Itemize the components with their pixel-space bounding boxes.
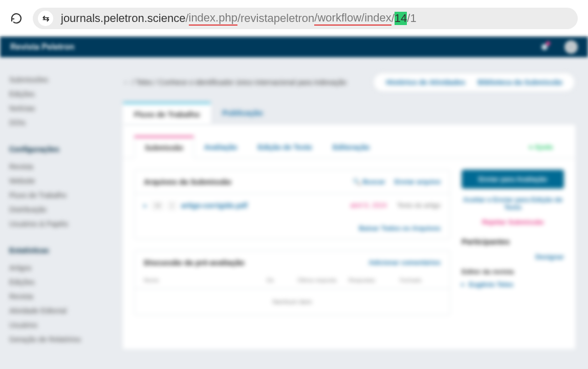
avatar[interactable] bbox=[564, 40, 578, 54]
tab-publication[interactable]: Publicação bbox=[211, 102, 274, 125]
col-closed: Fechado bbox=[400, 277, 441, 283]
sidebar: Submissões Edições Notícias DOIs Configu… bbox=[0, 57, 123, 369]
tab-copyedit[interactable]: Edição de Texto bbox=[248, 137, 322, 157]
assign-link[interactable]: Designar bbox=[462, 253, 564, 261]
sidebar-heading: Configurações bbox=[9, 145, 114, 153]
breadcrumb[interactable]: ← / Teles / Conhece o identificador únic… bbox=[123, 78, 346, 86]
address-bar[interactable]: ⇆ journals.peletron.science/index.php/re… bbox=[33, 8, 578, 29]
file-type: Texto do artigo bbox=[397, 201, 441, 210]
section-title: Discussão da pré-avaliação bbox=[144, 258, 245, 267]
participant-item[interactable]: Eugênio Teles bbox=[462, 281, 564, 288]
sidebar-item[interactable]: Fluxo de Trabalho bbox=[9, 188, 114, 202]
sidebar-item[interactable]: Distribuição bbox=[9, 202, 114, 217]
url-text: journals.peletron.science/index.php/revi… bbox=[61, 11, 417, 26]
workflow-panel: Submissão Avaliação Edição de Texto Edit… bbox=[123, 125, 575, 349]
sidebar-item[interactable]: Edições bbox=[9, 87, 114, 101]
participants-title: Participantes bbox=[462, 237, 564, 246]
reload-button[interactable] bbox=[10, 12, 23, 25]
sidebar-item[interactable]: Usuários bbox=[9, 318, 114, 332]
file-date: abril 6, 2024 bbox=[350, 201, 387, 210]
tab-production[interactable]: Editoração bbox=[322, 137, 380, 157]
files-section: Arquivos da Submissão 🔍 Buscar Enviar ar… bbox=[134, 170, 450, 239]
tab-workflow[interactable]: Fluxo de Trabalho bbox=[123, 102, 211, 125]
search-files-link[interactable]: 🔍 Buscar bbox=[353, 178, 385, 186]
sidebar-item[interactable]: Artigos bbox=[9, 261, 114, 275]
participant-role: Editor da revista bbox=[462, 268, 564, 275]
app-topbar: Revista Peletron bbox=[0, 37, 588, 57]
help-link[interactable]: ● Ajuda bbox=[529, 143, 564, 151]
sidebar-item[interactable]: Usuários & Papéis bbox=[9, 217, 114, 231]
sidebar-item[interactable]: Geração de Relatórios bbox=[9, 332, 114, 347]
tab-review[interactable]: Avaliação bbox=[194, 137, 248, 157]
chevron-right-icon: ▸ bbox=[144, 202, 147, 209]
discussion-section: Discussão da pré-avaliação Adicionar com… bbox=[134, 250, 450, 315]
brand-title[interactable]: Revista Peletron bbox=[10, 42, 74, 52]
add-discussion-link[interactable]: Adicionar comentários bbox=[368, 259, 441, 266]
file-name[interactable]: artigo-corrigido.pdf bbox=[181, 201, 248, 210]
breadcrumb-actions: Histórico de Atividades Biblioteca da Su… bbox=[373, 73, 575, 92]
submission-library-link[interactable]: Biblioteca da Submissão bbox=[477, 78, 562, 86]
tab-submission[interactable]: Submissão bbox=[134, 136, 194, 158]
sidebar-item[interactable]: Revista bbox=[9, 289, 114, 304]
notifications-icon[interactable] bbox=[540, 42, 549, 52]
accept-skip-link[interactable]: Aceitar e Enviar para Edição de Texto bbox=[462, 196, 564, 211]
sidebar-heading: Estatísticas bbox=[9, 246, 114, 255]
col-last: Última resposta bbox=[297, 277, 349, 283]
sidebar-item[interactable]: Submissões bbox=[9, 73, 114, 87]
browser-toolbar: ⇆ journals.peletron.science/index.php/re… bbox=[0, 0, 588, 37]
reject-link[interactable]: Rejeitar Submissão bbox=[462, 218, 564, 226]
site-settings-icon[interactable]: ⇆ bbox=[38, 11, 53, 26]
col-name: Nome bbox=[144, 277, 267, 283]
col-replies: Respostas bbox=[349, 277, 400, 283]
col-from: De bbox=[267, 277, 297, 283]
send-to-review-button[interactable]: Enviar para Avaliação bbox=[462, 170, 564, 189]
upload-file-link[interactable]: Enviar arquivo bbox=[395, 178, 441, 186]
download-all-link[interactable]: Baixar Todos os Arquivos bbox=[359, 224, 441, 232]
file-row[interactable]: ▸ 14 1 artigo-corrigido.pdf abril 6, 202… bbox=[135, 194, 450, 217]
sidebar-item[interactable]: Website bbox=[9, 174, 114, 188]
sidebar-item[interactable]: Revista bbox=[9, 159, 114, 174]
file-rev-badge: 1 bbox=[168, 202, 176, 210]
svg-point-0 bbox=[541, 44, 548, 50]
section-title: Arquivos da Submissão bbox=[144, 177, 231, 186]
sidebar-item[interactable]: DOIs bbox=[9, 116, 114, 130]
file-id-badge: 14 bbox=[152, 202, 163, 210]
sidebar-item[interactable]: Atividade Editorial bbox=[9, 304, 114, 318]
activity-log-link[interactable]: Histórico de Atividades bbox=[386, 78, 465, 86]
empty-discussion: Nenhum item bbox=[135, 289, 450, 315]
sidebar-item[interactable]: Edições bbox=[9, 275, 114, 289]
sidebar-item[interactable]: Notícias bbox=[9, 101, 114, 116]
main-content: ← / Teles / Conhece o identificador únic… bbox=[123, 57, 588, 369]
